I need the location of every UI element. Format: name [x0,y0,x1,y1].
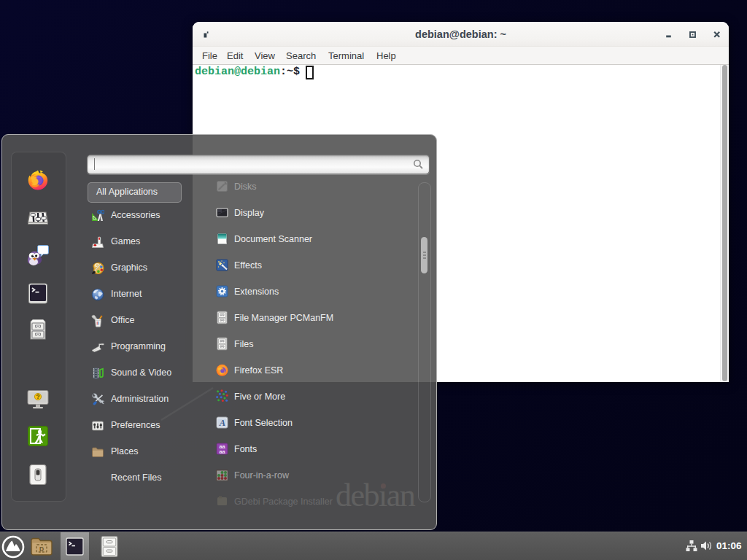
svg-text:aa: aa [219,448,225,455]
svg-text:D: D [39,545,44,553]
svg-text:A: A [219,418,225,428]
svg-text:?: ? [36,393,39,400]
